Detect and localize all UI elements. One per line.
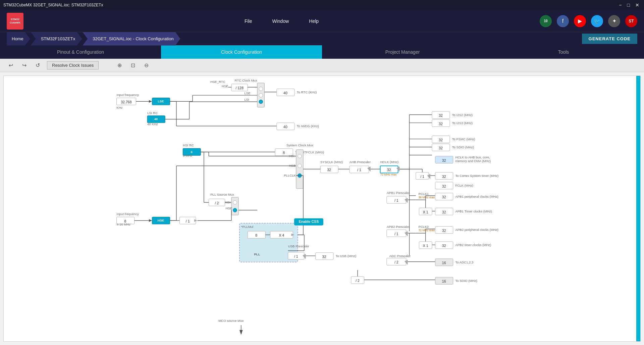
- i2s2-val: 32: [439, 113, 443, 117]
- pll-mul-val: X 4: [279, 233, 284, 237]
- fsmc-label: To FSMC (MHz): [452, 137, 475, 141]
- lsi-mux-label: LSI: [244, 98, 249, 101]
- minimize-button[interactable]: −: [618, 2, 623, 8]
- flitfclk-val: 8: [283, 151, 285, 155]
- menu-bar: STM32CubeMX File Window Help 10 f ▶ 🐦 ✦ …: [0, 10, 644, 32]
- rtc-unit-label: To RTC (KHz): [297, 90, 317, 94]
- menu-help[interactable]: Help: [309, 18, 319, 24]
- menu-file[interactable]: File: [245, 18, 252, 24]
- apb2-periph-val: 32: [442, 229, 446, 233]
- svg-marker-111: [149, 219, 152, 222]
- hclk-max: 72 MHz max: [380, 173, 397, 176]
- apb1-periph-val: 32: [442, 195, 446, 199]
- mco-src-mux-label: MCO source Mux: [218, 319, 244, 323]
- lse-box: LSE: [158, 99, 164, 103]
- hse-range-label: 4-16 MHz: [116, 223, 130, 226]
- tab-tools[interactable]: Tools: [483, 45, 644, 59]
- svg-point-10: [259, 93, 263, 97]
- pll-label: PLL: [254, 252, 260, 256]
- youtube-icon[interactable]: ▶: [574, 15, 586, 27]
- resolve-clock-button[interactable]: Resolve Clock Issues: [47, 61, 99, 69]
- sys-clk-mux-label: System Clock Mux: [286, 143, 313, 147]
- apb2-prescaler-label: APB2 Prescaler: [387, 225, 410, 229]
- apb2-periph-label: APB2 peripheral clocks (MHz): [455, 228, 498, 232]
- sdio-bottom-val: 16: [442, 279, 446, 283]
- cortex-div-val: / 1: [420, 175, 424, 179]
- apb1-periph-label: APB1 peripheral clocks (MHz): [455, 195, 498, 198]
- svg-point-9: [259, 87, 263, 91]
- adc-out-val: 16: [442, 261, 446, 265]
- usb-prescaler-label: USB Prescaler: [288, 244, 310, 248]
- social-icons: 10 f ▶ 🐦 ✦ ST: [540, 15, 637, 27]
- hse-div-val: / 1: [186, 219, 190, 223]
- ahb-div-val: / 1: [357, 168, 361, 172]
- rtc-mux-label: RTC Clock Mux: [235, 79, 257, 82]
- usb-unit-label: To USB (MHz): [336, 254, 357, 258]
- usb-out-val: 32: [322, 255, 326, 259]
- menu-window[interactable]: Window: [272, 18, 289, 24]
- menu-items: File Window Help: [37, 18, 526, 24]
- facebook-icon[interactable]: f: [557, 15, 569, 27]
- lsi-khz-label: 40 KHz: [147, 122, 158, 126]
- enable-css-label: Enable CSS: [299, 219, 319, 224]
- app-title: STM32CubeMX 32GET_SIGNAL.ioc: STM32F103Z…: [3, 3, 103, 7]
- zoom-out-button[interactable]: ⊖: [142, 61, 151, 70]
- adc-div-val: / 2: [394, 260, 398, 264]
- tab-clock[interactable]: Clock Configuration: [161, 45, 322, 59]
- rtc-out-val: 40: [283, 91, 287, 95]
- generate-code-button[interactable]: GENERATE CODE: [582, 34, 637, 44]
- iwdg-label: To IWDG (KHz): [297, 124, 319, 128]
- apb1-timer-val: 32: [442, 210, 446, 214]
- fclk-label: FCLK (MHz): [455, 184, 473, 187]
- undo-button[interactable]: ↩: [7, 61, 15, 70]
- redo-button[interactable]: ↪: [20, 61, 29, 70]
- input-freq-hse-label: Input frequency: [116, 212, 139, 216]
- sysclk-val: 32: [327, 168, 331, 172]
- svg-point-105: [233, 200, 237, 204]
- breadcrumb: Home STM32F103ZETx 32GET_SIGNAL.ioc - Cl…: [0, 32, 644, 45]
- svg-point-30: [298, 164, 302, 168]
- tab-pinout[interactable]: Pinout & Configuration: [0, 45, 161, 59]
- pll-src-mux-label: PLL Source Mux: [210, 193, 234, 196]
- clock-diagram[interactable]: Input frequency 32.768 KHz LSE LSI RC 40…: [3, 76, 641, 342]
- pllmul-label: *PLLMul: [241, 225, 253, 229]
- i2s2-label: To I2S2 (MHz): [452, 113, 473, 117]
- svg-point-107: [234, 209, 236, 211]
- apb1-prescaler-label: APB1 Prescaler: [387, 191, 410, 195]
- close-button[interactable]: ✕: [634, 2, 641, 8]
- twitter-icon[interactable]: 🐦: [591, 15, 603, 27]
- breadcrumb-project[interactable]: 32GET_SIGNAL.ioc - Clock Configuration: [83, 32, 180, 46]
- div128-box: / 128: [235, 86, 244, 90]
- svg-point-29: [298, 154, 302, 158]
- logo-area: STM32CubeMX: [7, 13, 23, 30]
- lsi-rc-label: LSI RC: [147, 111, 158, 115]
- div2-bottom-val: / 2: [356, 279, 360, 283]
- hsi-mhz-label: 8 MHz: [183, 154, 192, 157]
- st-icon[interactable]: ST: [625, 15, 637, 27]
- zoom-in-button[interactable]: ⊕: [115, 61, 124, 70]
- breadcrumb-home[interactable]: Home: [7, 32, 30, 46]
- maximize-button[interactable]: □: [626, 2, 631, 8]
- sdio-top-label: To SDIO (MHz): [452, 145, 474, 149]
- pclk2-label: PCLK2: [418, 225, 429, 229]
- usb-div-val: / 1: [294, 254, 298, 258]
- reset-button[interactable]: ↺: [34, 61, 42, 70]
- apb2-timer-label: APB2 timer clocks (MHz): [455, 243, 491, 247]
- svg-marker-137: [239, 330, 243, 335]
- fit-button[interactable]: ⊡: [129, 61, 137, 70]
- khz-label: KHz: [116, 106, 122, 109]
- svg-rect-104: [231, 197, 238, 215]
- clock-diagram-svg: Input frequency 32.768 KHz LSE LSI RC 40…: [4, 76, 640, 341]
- apb2-div-val: / 1: [394, 232, 398, 236]
- pclk1-label: PCLK1: [418, 192, 429, 196]
- svg-point-12: [260, 101, 262, 103]
- hclk-ahb-val: 32: [442, 158, 446, 162]
- tab-project[interactable]: Project Manager: [322, 45, 483, 59]
- adc-prescaler-label: ADC Prescaler: [389, 254, 411, 258]
- network-icon[interactable]: ✦: [608, 15, 620, 27]
- sdio-bottom-label: To SDIO (MHz): [455, 279, 477, 283]
- breadcrumb-mcu[interactable]: STM32F103ZETx: [31, 32, 82, 46]
- hse-label-rtc: HSE: [222, 84, 228, 88]
- apb1-div-val: / 1: [394, 198, 398, 202]
- svg-text:HSE: HSE: [226, 206, 232, 210]
